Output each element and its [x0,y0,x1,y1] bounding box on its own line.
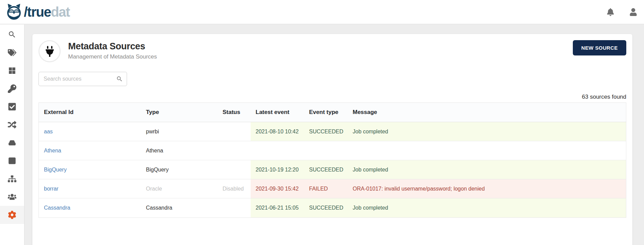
users-icon [8,193,16,201]
plug-icon [38,40,61,62]
col-header-type: Type [141,103,218,122]
search-box [38,72,127,86]
sidebar-item-hdd[interactable] [0,134,24,152]
event-type-cell: SUCCEEDED [304,160,348,179]
sidebar-item-search[interactable] [0,26,24,44]
brand-name-secondary: dat [51,4,70,19]
topbar: /truedat [0,0,644,24]
event-type-cell [304,141,348,160]
source-link[interactable]: borrar [44,186,59,192]
sidebar-item-chart-line[interactable] [0,152,24,170]
search-icon [116,76,123,82]
check-square-icon [8,102,16,111]
message-cell: Job completed [348,122,626,141]
brand-logo[interactable]: /truedat [5,3,70,21]
chart-line-icon [8,157,16,165]
message-cell: Job completed [348,198,626,217]
metadata-sources-card: Metadata Sources Management of Metadata … [32,34,632,245]
key-icon [8,84,16,93]
header-titles: Metadata Sources Management of Metadata … [68,40,157,60]
table-header: External Id Type Status Latest event Eve… [39,103,626,122]
message-cell: Job completed [348,160,626,179]
table-row: borrarOracleDisabled2021-09-30 15:42FAIL… [39,179,626,198]
source-link[interactable]: Cassandra [44,205,70,211]
sidebar-item-shuffle[interactable] [0,116,24,134]
brand-name-primary: /true [24,4,51,19]
latest-event-cell: 2021-10-19 12:20 [251,160,304,179]
card-header: Metadata Sources Management of Metadata … [38,40,626,62]
status-cell [218,160,251,179]
sidebar-item-users[interactable] [0,188,24,206]
external-id-cell: aas [39,122,141,141]
status-cell [218,122,251,141]
external-id-cell: BigQuery [39,160,141,179]
type-cell: BigQuery [141,160,218,179]
type-cell: Oracle [141,179,218,198]
table-row: CassandraCassandra2021-06-21 15:05SUCCEE… [39,198,626,217]
bell-icon[interactable] [607,8,614,16]
latest-event-cell: 2021-09-30 15:42 [251,179,304,198]
latest-event-cell: 2021-08-10 10:42 [251,122,304,141]
owl-icon [5,3,22,21]
table-row: BigQueryBigQuery2021-10-19 12:20SUCCEEDE… [39,160,626,179]
sidebar-item-tags[interactable] [0,44,24,62]
event-type-cell: FAILED [304,179,348,198]
sidebar-item-grid[interactable] [0,62,24,80]
results-count: 63 sources found [38,94,626,100]
source-link[interactable]: aas [44,129,53,134]
sidebar-item-gear[interactable] [0,206,24,224]
search-icon [8,30,16,39]
col-header-message: Message [348,103,626,122]
status-cell [218,198,251,217]
status-cell [218,141,251,160]
external-id-cell: Athena [39,141,141,160]
brand-name: /truedat [24,5,70,19]
sidebar-item-key[interactable] [0,80,24,98]
type-cell: Cassandra [141,198,218,217]
table-row: aaspwrbi2021-08-10 10:42SUCCEEDEDJob com… [39,122,626,141]
search-input[interactable] [38,72,127,86]
status-cell: Disabled [218,179,251,198]
sidebar-item-check-square[interactable] [0,98,24,116]
type-cell: pwrbi [141,122,218,141]
sitemap-icon [8,175,16,183]
external-id-cell: borrar [39,179,141,198]
main-content: Metadata Sources Management of Metadata … [25,24,644,245]
col-header-external-id: External Id [39,103,141,122]
search-row [38,72,626,86]
col-header-status: Status [218,103,251,122]
gear-icon [8,211,16,219]
sidebar [0,24,25,245]
page-title: Metadata Sources [68,41,157,52]
event-type-cell: SUCCEEDED [304,122,348,141]
sources-table: External Id Type Status Latest event Eve… [38,102,626,218]
shuffle-icon [8,120,16,129]
latest-event-cell [251,141,304,160]
new-source-button[interactable]: NEW SOURCE [573,40,626,55]
message-cell [348,141,626,160]
sidebar-item-sitemap[interactable] [0,170,24,188]
col-header-event-type: Event type [304,103,348,122]
message-cell: ORA-01017: invalid username/password; lo… [348,179,626,198]
latest-event-cell: 2021-06-21 15:05 [251,198,304,217]
tags-icon [8,48,16,57]
source-link[interactable]: BigQuery [44,167,67,173]
external-id-cell: Cassandra [39,198,141,217]
grid-icon [8,66,16,75]
type-cell: Athena [141,141,218,160]
hdd-icon [8,138,16,147]
source-link[interactable]: Athena [44,148,61,153]
event-type-cell: SUCCEEDED [304,198,348,217]
col-header-latest-event: Latest event [251,103,304,122]
page-subtitle: Management of Metadata Sources [68,53,157,60]
user-icon[interactable] [629,8,637,16]
topbar-actions [607,8,639,16]
table-row: AthenaAthena [39,141,626,160]
